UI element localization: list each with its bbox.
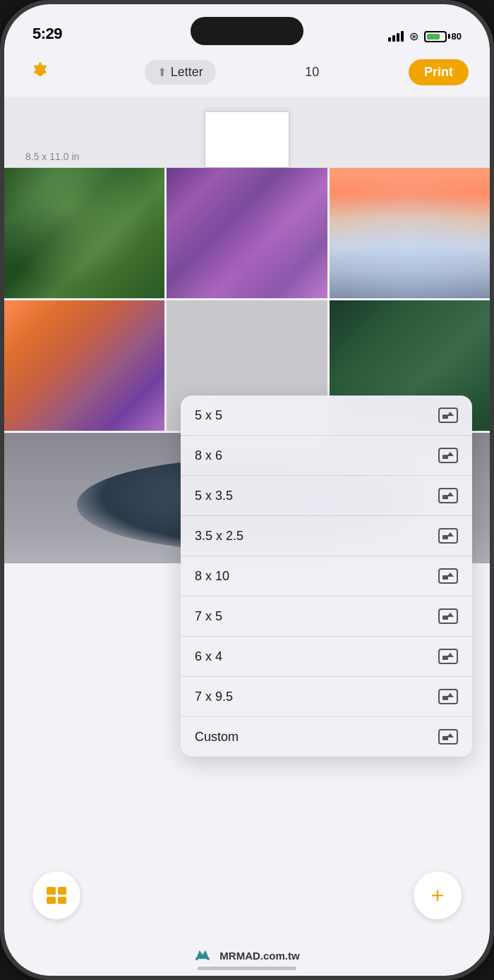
menu-item-35x25[interactable]: 3.5 x 2.5 [181, 516, 472, 556]
photo-icon-8x6 [438, 448, 458, 463]
photo-icon-6x4 [438, 649, 458, 664]
photo-row-1 [4, 168, 490, 298]
menu-item-8x10[interactable]: 8 x 10 [181, 556, 472, 596]
signal-icon [388, 31, 404, 42]
phone-frame: 5:29 ⊛ 80 [0, 0, 494, 980]
home-indicator [198, 967, 296, 970]
dynamic-island [191, 17, 303, 45]
menu-label-35x25: 3.5 x 2.5 [195, 529, 243, 544]
size-label: 8.5 x 11.0 in [25, 151, 79, 162]
watermark: MRMAD.com.tw [4, 949, 490, 962]
menu-item-7x95[interactable]: 7 x 9.5 [181, 677, 472, 717]
photo-icon-7x95 [438, 689, 458, 704]
menu-item-8x6[interactable]: 8 x 6 [181, 436, 472, 476]
menu-item-5x35[interactable]: 5 x 3.5 [181, 476, 472, 516]
status-time: 5:29 [32, 25, 62, 43]
menu-label-6x4: 6 x 4 [195, 649, 222, 664]
menu-item-7x5[interactable]: 7 x 5 [181, 596, 472, 637]
paper-size-button[interactable]: ⬆ Letter [145, 60, 216, 85]
add-button[interactable]: + [414, 871, 462, 919]
svg-point-1 [207, 957, 210, 960]
preview-area: 8.5 x 11.0 in [4, 97, 490, 168]
menu-label-8x10: 8 x 10 [195, 569, 229, 584]
menu-item-5x5[interactable]: 5 x 5 [181, 396, 472, 436]
chevron-up-icon: ⬆ [157, 66, 167, 79]
photo-icon-custom [438, 729, 458, 745]
photo-forest[interactable] [4, 168, 164, 298]
menu-item-custom[interactable]: Custom [181, 717, 472, 757]
photo-mountain[interactable] [330, 168, 490, 298]
size-dropdown-menu[interactable]: 5 x 5 8 x 6 5 x 3.5 3.5 x 2.5 8 x 10 [181, 396, 472, 757]
watermark-text: MRMAD.com.tw [219, 950, 299, 962]
svg-point-0 [195, 957, 198, 960]
paper-preview [205, 111, 289, 168]
menu-item-6x4[interactable]: 6 x 4 [181, 637, 472, 677]
wifi-icon: ⊛ [409, 30, 418, 43]
gear-icon [28, 60, 52, 84]
menu-label-7x95: 7 x 9.5 [195, 690, 233, 704]
photo-icon-7x5 [438, 608, 458, 624]
photo-icon-35x25 [438, 528, 458, 544]
battery-level: 80 [452, 31, 462, 42]
phone-screen: 5:29 ⊛ 80 [4, 4, 490, 976]
photo-lavender-2[interactable] [4, 300, 164, 431]
photo-icon-5x35 [438, 488, 458, 503]
toolbar: ⬆ Letter 10 Print [4, 50, 490, 97]
photo-lavender-1[interactable] [167, 168, 327, 298]
grid-icon [47, 887, 66, 904]
paper-size-label: Letter [171, 65, 203, 80]
battery-indicator: 80 [424, 31, 462, 42]
layout-button[interactable] [32, 871, 80, 919]
menu-label-5x5: 5 x 5 [195, 408, 222, 423]
photo-count: 10 [305, 65, 319, 80]
photo-icon-8x10 [438, 568, 458, 584]
menu-label-7x5: 7 x 5 [195, 609, 222, 624]
settings-button[interactable] [25, 57, 55, 87]
plus-icon: + [431, 884, 445, 907]
status-icons: ⊛ 80 [388, 30, 462, 43]
mrmad-logo-icon [194, 949, 214, 962]
print-button[interactable]: Print [409, 59, 469, 85]
menu-label-5x35: 5 x 3.5 [195, 489, 233, 503]
bottom-bar: + [4, 871, 490, 919]
photo-icon-5x5 [438, 408, 458, 423]
menu-label-8x6: 8 x 6 [195, 448, 222, 463]
menu-label-custom: Custom [195, 730, 239, 745]
